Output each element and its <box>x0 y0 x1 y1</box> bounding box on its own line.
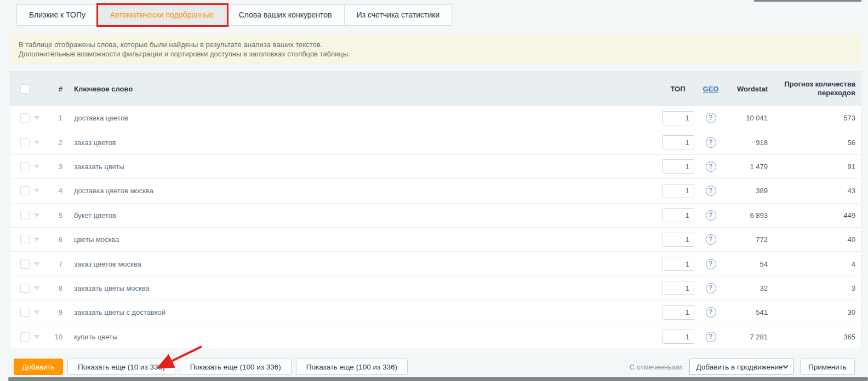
row-number: 5 <box>41 211 62 220</box>
row-checkbox[interactable] <box>20 138 30 147</box>
bulk-action-select[interactable]: Добавить в продвижение <box>689 359 793 375</box>
row-options-caret-icon[interactable] <box>34 310 39 314</box>
wordstat-value: 389 <box>727 187 768 195</box>
table-row: 6 цветы москва ? 772 40 <box>10 227 861 251</box>
horizontal-scrollbar[interactable] <box>8 377 868 381</box>
row-checkbox[interactable] <box>20 235 30 244</box>
row-checkbox[interactable] <box>20 162 30 171</box>
top-position-input[interactable] <box>663 257 694 271</box>
bulk-action-selected-value: Добавить в продвижение <box>695 363 784 371</box>
add-button[interactable]: Добавить <box>14 359 63 375</box>
forecast-value: 40 <box>768 235 855 244</box>
row-options-caret-icon[interactable] <box>34 165 39 169</box>
top-position-input[interactable] <box>663 135 694 149</box>
row-number: 4 <box>41 187 62 195</box>
row-options-caret-icon[interactable] <box>34 286 39 290</box>
table-row: 3 заказать цветы ? 1 479 91 <box>10 154 861 178</box>
geo-help-icon[interactable]: ? <box>706 234 716 245</box>
forecast-value: 449 <box>768 211 855 220</box>
row-options-caret-icon[interactable] <box>34 189 39 193</box>
wordstat-value: 6 893 <box>727 211 768 220</box>
tab-close-to-top[interactable]: Близкие к ТОПу <box>17 5 98 25</box>
geo-help-icon[interactable]: ? <box>706 186 716 196</box>
wordstat-value: 7 281 <box>727 333 768 341</box>
geo-help-icon[interactable]: ? <box>706 210 716 221</box>
top-position-input[interactable] <box>663 111 694 125</box>
top-position-input[interactable] <box>663 330 694 344</box>
column-header-forecast[interactable]: Прогноз количества переходов <box>768 80 855 97</box>
row-options-caret-icon[interactable] <box>34 262 39 266</box>
select-all-checkbox[interactable] <box>20 84 30 94</box>
keyword-text: доставка цветов <box>74 114 661 122</box>
wordstat-value: 32 <box>727 284 768 292</box>
with-selected-label: С отмеченными: <box>630 363 684 371</box>
wordstat-value: 54 <box>727 260 768 268</box>
chevron-down-icon <box>783 363 789 368</box>
wordstat-value: 541 <box>727 308 768 316</box>
forecast-value: 3 <box>768 284 855 292</box>
table-row: 8 заказать цветы москва ? 32 3 <box>10 276 861 300</box>
keyword-text: заказ цветов <box>74 138 661 147</box>
row-checkbox[interactable] <box>20 211 30 220</box>
geo-help-icon[interactable]: ? <box>706 259 716 269</box>
top-position-input[interactable] <box>663 233 694 247</box>
top-position-input[interactable] <box>663 184 694 198</box>
keywords-table: # Ключевое слово ТОП GEO Wordstat Прогно… <box>10 71 861 349</box>
tab-stats-counter[interactable]: Из счетчика статистики <box>345 5 452 25</box>
table-row: 2 заказ цветов ? 918 56 <box>10 130 861 154</box>
row-options-caret-icon[interactable] <box>34 116 39 120</box>
info-banner-line2: Дополнительные возможности фильтрации и … <box>19 49 853 59</box>
table-row: 4 доставка цветов москва ? 389 43 <box>10 178 861 203</box>
geo-help-icon[interactable]: ? <box>706 307 716 318</box>
row-number: 9 <box>41 308 62 316</box>
tab-auto-selected[interactable]: Автоматически подобранные <box>98 5 227 25</box>
table-row: 7 заказ цветов москва ? 54 4 <box>10 251 861 275</box>
apply-button[interactable]: Применить <box>800 359 855 375</box>
column-header-keyword[interactable]: Ключевое слово <box>74 85 661 93</box>
row-checkbox[interactable] <box>20 186 30 195</box>
table-row: 10 купить цветы ? 7 281 365 <box>10 325 861 349</box>
row-checkbox[interactable] <box>20 308 30 317</box>
geo-help-icon[interactable]: ? <box>706 332 716 342</box>
show-more-100-button-2[interactable]: Показать еще (100 из 336) <box>296 359 408 375</box>
forecast-value: 91 <box>768 163 855 171</box>
row-number: 6 <box>41 235 62 244</box>
top-position-input[interactable] <box>663 281 694 295</box>
row-checkbox[interactable] <box>20 259 30 269</box>
tab-competitor-words[interactable]: Слова ваших конкурентов <box>227 5 345 25</box>
keyword-text: доставка цветов москва <box>74 187 661 195</box>
show-more-10-button[interactable]: Показать еще (10 из 336) <box>67 359 175 375</box>
row-number: 2 <box>41 138 62 147</box>
forecast-value: 43 <box>768 187 855 195</box>
forecast-value: 573 <box>768 114 855 122</box>
wordstat-value: 10 041 <box>727 114 768 122</box>
row-options-caret-icon[interactable] <box>34 141 39 145</box>
show-more-100-button[interactable]: Показать еще (100 из 336) <box>180 359 292 375</box>
keyword-source-tabs: Близкие к ТОПу Автоматически подобранные… <box>16 4 452 26</box>
table-row: 5 букет цветов ? 6 893 449 <box>10 203 861 227</box>
info-banner-line1: В таблице отображены слова, которые были… <box>19 40 853 49</box>
column-header-top[interactable]: ТОП <box>661 85 694 93</box>
row-options-caret-icon[interactable] <box>34 238 39 241</box>
row-checkbox[interactable] <box>20 113 30 123</box>
geo-help-icon[interactable]: ? <box>706 113 716 123</box>
column-header-geo-link[interactable]: GEO <box>703 85 719 93</box>
row-options-caret-icon[interactable] <box>34 213 39 217</box>
top-position-input[interactable] <box>663 159 694 174</box>
top-position-input[interactable] <box>663 305 694 320</box>
table-row: 9 заказать цветы с доставкой ? 541 30 <box>10 300 861 324</box>
row-number: 3 <box>41 163 62 171</box>
geo-help-icon[interactable]: ? <box>706 137 716 148</box>
row-options-caret-icon[interactable] <box>34 335 39 339</box>
row-checkbox[interactable] <box>20 332 30 342</box>
top-position-input[interactable] <box>663 208 694 222</box>
geo-help-icon[interactable]: ? <box>706 283 716 293</box>
keyword-text: букет цветов <box>74 211 661 220</box>
info-banner: В таблице отображены слова, которые были… <box>10 34 861 65</box>
geo-help-icon[interactable]: ? <box>706 161 716 172</box>
column-header-number: # <box>41 85 62 93</box>
row-checkbox[interactable] <box>20 284 30 293</box>
keyword-text: купить цветы <box>74 333 661 341</box>
forecast-value: 365 <box>768 333 855 341</box>
column-header-wordstat[interactable]: Wordstat <box>727 85 768 93</box>
